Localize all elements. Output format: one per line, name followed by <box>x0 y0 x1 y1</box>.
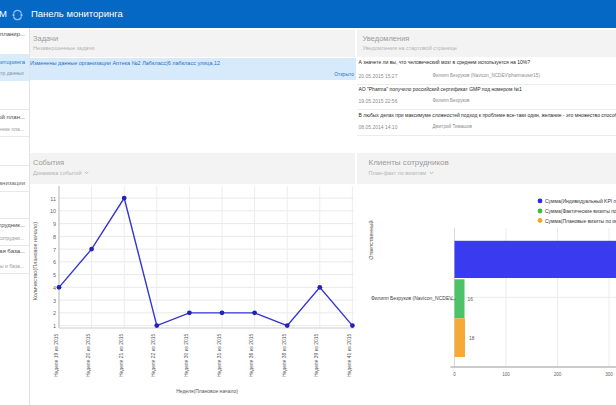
svg-text:7: 7 <box>53 247 56 253</box>
svg-text:Неделя 19 из 2015: Неделя 19 из 2015 <box>53 333 59 377</box>
svg-text:4: 4 <box>53 285 56 291</box>
svg-text:6: 6 <box>53 259 56 265</box>
svg-text:Неделя(Плановое начало): Неделя(Плановое начало) <box>176 388 238 394</box>
svg-text:Неделя 41 из 2015: Неделя 41 из 2015 <box>346 333 352 377</box>
svg-text:0: 0 <box>453 372 456 377</box>
svg-text:300: 300 <box>605 372 613 377</box>
svg-text:Сумма(Плановые визиты по инд.): Сумма(Плановые визиты по инд.) <box>545 218 616 224</box>
svg-text:Неделя 38 из 2015: Неделя 38 из 2015 <box>281 333 287 377</box>
svg-text:200: 200 <box>553 372 561 377</box>
svg-text:Сумма(Индивидуальный KPI посещ: Сумма(Индивидуальный KPI посещений) <box>545 198 616 204</box>
svg-text:Сумма(Фактические визиты по ин: Сумма(Фактические визиты по инд.) <box>545 208 616 214</box>
svg-text:11: 11 <box>50 196 56 202</box>
svg-text:Количество(Плановое начало): Количество(Плановое начало) <box>32 222 38 300</box>
svg-text:Неделя 31 из 2015: Неделя 31 из 2015 <box>216 333 222 377</box>
svg-text:Неделя 30 из 2015: Неделя 30 из 2015 <box>183 333 189 377</box>
svg-text:Филипп Безруков (Navicon_NCDEV: Филипп Безруков (Navicon_NCDEV... <box>370 295 455 301</box>
svg-text:Неделя 20 из 2015: Неделя 20 из 2015 <box>85 333 91 377</box>
svg-text:100: 100 <box>502 372 510 377</box>
svg-text:18: 18 <box>469 336 475 341</box>
svg-text:Неделя 22 из 2015: Неделя 22 из 2015 <box>150 333 156 377</box>
svg-text:Неделя 36 из 2015: Неделя 36 из 2015 <box>248 333 254 377</box>
svg-text:Неделя 21 из 2015: Неделя 21 из 2015 <box>118 333 124 377</box>
svg-text:16: 16 <box>467 297 473 302</box>
svg-text:Неделя 39 из 2015: Неделя 39 из 2015 <box>313 333 319 377</box>
svg-text:8: 8 <box>53 234 56 240</box>
svg-text:Ответственный: Ответственный <box>367 220 373 259</box>
svg-text:5: 5 <box>53 272 56 278</box>
svg-text:10: 10 <box>50 208 56 214</box>
svg-text:3: 3 <box>53 298 56 304</box>
svg-text:9: 9 <box>53 221 56 227</box>
svg-text:1: 1 <box>53 323 56 329</box>
svg-text:2: 2 <box>53 310 56 316</box>
